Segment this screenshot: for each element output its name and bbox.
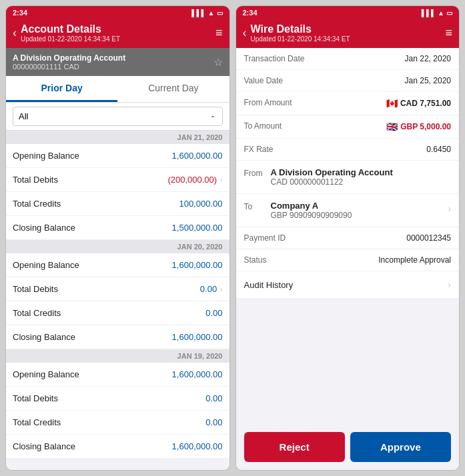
wire-details-screen: 2:34 ▌▌▌ ▲ ▭ ‹ Wire Details Updated 01-2…	[236, 5, 460, 471]
audit-history-row[interactable]: Audit History ›	[236, 271, 460, 298]
payment-id-label: Payment ID	[244, 233, 286, 243]
battery-icon-left: ▭	[217, 9, 223, 17]
time-right: 2:34	[243, 9, 258, 17]
value-date-row: Value Date Jan 25, 2020	[236, 70, 460, 91]
back-button-right[interactable]: ‹	[243, 26, 247, 40]
back-button-left[interactable]: ‹	[13, 26, 17, 40]
fx-rate-row: FX Rate 0.6450	[236, 139, 460, 160]
approve-button[interactable]: Approve	[350, 432, 451, 462]
row-right: 0.00	[205, 417, 222, 427]
transaction-date-row: Transaction Date Jan 22, 2020	[236, 48, 460, 70]
menu-icon-left[interactable]: ≡	[215, 26, 223, 40]
row-amount: 0.00	[205, 393, 222, 403]
to-account-sub: GBP 90909090909090	[271, 211, 442, 220]
header-right: ‹ Wire Details Updated 01-22-2020 14:34:…	[236, 19, 460, 48]
to-amount-row: To Amount 🇬🇧 GBP 5,000.00	[236, 115, 460, 139]
header-title-right: Wire Details	[251, 23, 442, 35]
header-content-left: Account Details Updated 01-22-2020 14:34…	[21, 23, 211, 43]
from-label: From	[244, 167, 264, 178]
table-row: Closing Balance 1,500,000.00	[6, 216, 229, 240]
to-amount-value-row: 🇬🇧 GBP 5,000.00	[386, 121, 451, 132]
row-label: Opening Balance	[13, 369, 79, 379]
header-title-left: Account Details	[21, 23, 211, 35]
row-right: 1,600,000.00	[172, 332, 223, 342]
row-label: Closing Balance	[13, 441, 75, 451]
account-number: 000000001111 CAD	[13, 63, 125, 71]
table-row: Opening Balance 1,600,000.00	[6, 253, 229, 277]
transaction-date-value: Jan 22, 2020	[405, 54, 451, 63]
header-content-right: Wire Details Updated 01-22-2020 14:34:34…	[251, 23, 442, 43]
payment-section: Payment ID 0000012345 Status Incomplete …	[236, 227, 460, 271]
account-details-screen: 2:34 ▌▌▌ ▲ ▭ ‹ Account Details Updated 0…	[5, 5, 230, 471]
payment-status-row: Status Incomplete Approval	[236, 249, 460, 271]
table-row: Total Debits 0.00	[6, 387, 229, 411]
row-right: 1,600,000.00	[172, 260, 223, 270]
table-row: Closing Balance 1,600,000.00	[6, 325, 229, 349]
account-info: A Division Operating Account 00000000111…	[13, 53, 125, 71]
table-row: Total Credits 0.00	[6, 301, 229, 325]
tab-prior-day[interactable]: Prior Day	[6, 76, 117, 102]
to-chevron-icon: ›	[448, 201, 451, 214]
to-row[interactable]: To Company A GBP 90909090909090 ›	[236, 194, 460, 227]
audit-chevron-icon: ›	[448, 279, 451, 290]
fx-rate-value: 0.6450	[426, 145, 451, 154]
header-subtitle-left: Updated 01-22-2020 14:34:34 ET	[21, 35, 211, 43]
payment-status-value: Incomplete Approval	[378, 255, 451, 265]
table-row[interactable]: Total Debits (200,000.00) ›	[6, 168, 229, 192]
table-row: Total Credits 100,000.00	[6, 192, 229, 216]
row-amount: 1,600,000.00	[172, 369, 223, 379]
dropdown-container: All	[6, 103, 229, 131]
row-label: Closing Balance	[13, 223, 75, 233]
wifi-icon-right: ▲	[438, 9, 444, 17]
transaction-date-label: Transaction Date	[244, 54, 305, 63]
screens-container: 2:34 ▌▌▌ ▲ ▭ ‹ Account Details Updated 0…	[0, 0, 465, 476]
row-label: Total Credits	[13, 199, 61, 209]
from-row: From A Division Operating Account CAD 00…	[236, 161, 460, 194]
table-row[interactable]: Total Debits 0.00 ›	[6, 277, 229, 301]
chevron-right-icon: ›	[219, 284, 222, 294]
row-right: 1,600,000.00	[172, 441, 223, 451]
row-label: Opening Balance	[13, 260, 79, 270]
row-right: 100,000.00	[179, 199, 222, 209]
uk-flag-icon: 🇬🇧	[386, 121, 398, 132]
row-amount: 1,600,000.00	[172, 260, 223, 270]
row-label: Total Debits	[13, 175, 58, 185]
reject-button[interactable]: Reject	[244, 432, 345, 462]
status-bar-right: 2:34 ▌▌▌ ▲ ▭	[236, 6, 460, 19]
battery-icon-right: ▭	[446, 9, 452, 17]
row-right: 1,500,000.00	[172, 223, 223, 233]
to-content: Company A GBP 90909090909090	[271, 201, 442, 220]
from-account-name: A Division Operating Account	[271, 167, 452, 177]
table-row: Opening Balance 1,600,000.00	[6, 363, 229, 387]
audit-history-label: Audit History	[244, 280, 294, 290]
to-amount-value: GBP 5,000.00	[400, 122, 451, 131]
row-right: (200,000.00) ›	[167, 175, 222, 185]
value-date-value: Jan 25, 2020	[405, 76, 451, 85]
from-amount-label: From Amount	[244, 98, 298, 107]
wire-footer: Reject Approve	[236, 424, 460, 470]
wifi-icon-left: ▲	[208, 9, 215, 17]
row-label: Total Debits	[13, 393, 58, 403]
transactions-list: JAN 21, 2020 Opening Balance 1,600,000.0…	[6, 131, 229, 470]
date-header-jan19: JAN 19, 2020	[6, 349, 229, 363]
canada-flag-icon: 🇨🇦	[386, 98, 398, 109]
favorite-icon[interactable]: ☆	[213, 56, 223, 69]
from-content: A Division Operating Account CAD 0000000…	[271, 167, 452, 187]
row-right: 1,600,000.00	[172, 151, 223, 161]
row-amount: 1,600,000.00	[172, 441, 223, 451]
from-amount-value-row: 🇨🇦 CAD 7,751.00	[386, 98, 451, 109]
row-right: 1,600,000.00	[172, 369, 223, 379]
from-account-sub: CAD 000000001122	[271, 177, 452, 187]
from-amount-row: From Amount 🇨🇦 CAD 7,751.00	[236, 92, 460, 115]
filter-dropdown[interactable]: All	[13, 107, 223, 126]
row-right: 0.00	[205, 308, 222, 318]
menu-icon-right[interactable]: ≡	[445, 26, 452, 40]
tab-current-day[interactable]: Current Day	[117, 76, 229, 102]
row-right: 0.00 ›	[200, 284, 223, 294]
row-label: Total Credits	[13, 417, 61, 427]
chevron-right-icon: ›	[219, 175, 222, 185]
signal-icon-right: ▌▌▌	[422, 9, 436, 17]
row-label: Total Credits	[13, 308, 61, 318]
to-label: To	[244, 201, 264, 211]
account-section: A Division Operating Account 00000000111…	[6, 48, 229, 76]
